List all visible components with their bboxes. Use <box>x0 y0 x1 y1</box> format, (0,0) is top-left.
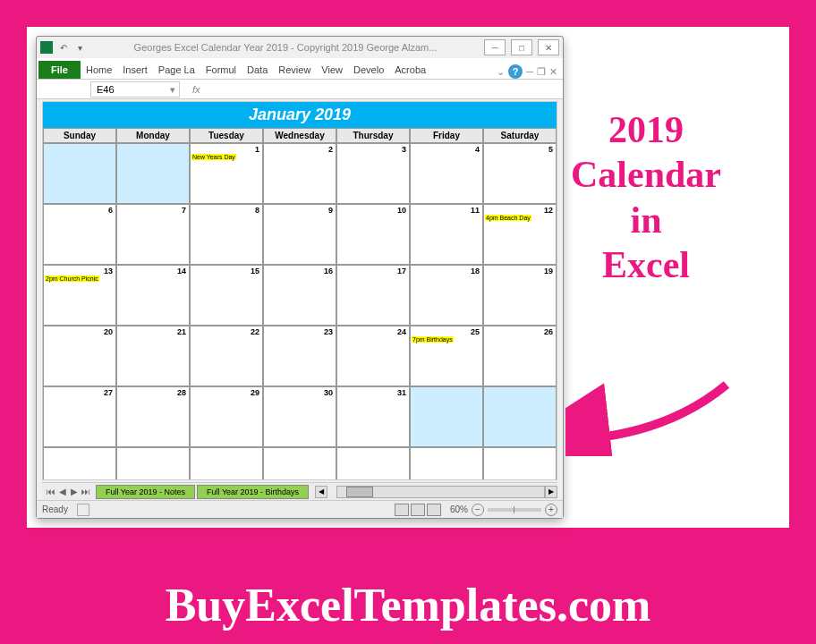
calendar-cell[interactable]: 2 <box>263 143 336 204</box>
calendar-cell[interactable]: 16 <box>263 265 336 326</box>
calendar-cell[interactable]: 9 <box>263 204 336 265</box>
calendar-cell[interactable]: 10 <box>336 204 410 265</box>
first-sheet-button[interactable]: ⏮ <box>46 487 56 496</box>
minimize-button[interactable]: ─ <box>484 39 506 55</box>
workbook-restore-icon[interactable]: ❐ <box>537 66 546 78</box>
name-box[interactable]: E46 <box>90 81 180 97</box>
calendar-cell[interactable]: 7 <box>116 204 190 265</box>
calendar-cell[interactable] <box>116 447 190 480</box>
calendar-cell[interactable]: 26 <box>483 326 557 386</box>
tab-insert[interactable]: Insert <box>117 61 153 79</box>
excel-icon <box>40 41 53 54</box>
normal-view-button[interactable] <box>395 504 409 516</box>
formula-bar: E46 fx <box>37 80 563 99</box>
quick-access-toolbar: ↶ ▾ <box>56 40 87 55</box>
calendar-cell[interactable]: 132pm Church Picnic <box>43 265 116 326</box>
hscroll-left-button[interactable]: ◀ <box>315 486 327 498</box>
calendar-cell[interactable]: 18 <box>410 265 483 326</box>
calendar-cell[interactable] <box>190 447 263 480</box>
tab-review[interactable]: Review <box>273 61 316 79</box>
calendar-cell[interactable]: 23 <box>263 326 336 386</box>
page-layout-view-button[interactable] <box>411 504 425 516</box>
day-header: Saturday <box>483 128 557 143</box>
window-controls: ─ □ ✕ <box>484 39 559 55</box>
sheet-tab-birthdays[interactable]: Full Year 2019 - Birthdays <box>197 485 309 499</box>
calendar-cell[interactable] <box>336 447 410 480</box>
calendar-cell[interactable]: 17 <box>336 265 410 326</box>
calendar-cell[interactable]: 3 <box>336 143 410 204</box>
calendar-cell[interactable]: 15 <box>190 265 263 326</box>
calendar-cell[interactable]: 27 <box>43 386 116 447</box>
zoom-in-button[interactable]: + <box>545 504 557 516</box>
tab-developer[interactable]: Develo <box>348 61 389 79</box>
calendar-cell[interactable]: 30 <box>263 386 336 447</box>
prev-sheet-button[interactable]: ◀ <box>57 487 68 496</box>
calendar-cell[interactable]: 19 <box>483 265 557 326</box>
calendar-cell[interactable] <box>43 447 116 480</box>
calendar-cell[interactable] <box>483 386 557 447</box>
tab-view[interactable]: View <box>316 61 348 79</box>
calendar-cell[interactable]: 257pm Birthdays <box>410 326 483 386</box>
calendar-cell[interactable]: 20 <box>43 326 116 386</box>
help-icon[interactable]: ? <box>508 64 523 79</box>
horizontal-scrollbar[interactable] <box>336 486 545 498</box>
tab-data[interactable]: Data <box>242 61 273 79</box>
ribbon-collapse-icon[interactable]: ⌄ <box>497 66 505 78</box>
calendar-cell[interactable] <box>410 447 483 480</box>
calendar-cell[interactable]: 22 <box>190 326 263 386</box>
status-bar: Ready 60% − + <box>37 500 563 518</box>
tab-formulas[interactable]: Formul <box>200 61 242 79</box>
undo-icon[interactable]: ↶ <box>56 40 71 55</box>
calendar-cell[interactable]: 6 <box>43 204 116 265</box>
next-sheet-button[interactable]: ▶ <box>69 487 80 496</box>
qat-dropdown-icon[interactable]: ▾ <box>72 40 87 55</box>
sheet-area[interactable]: January 2019 SundayMondayTuesdayWednesda… <box>42 101 557 480</box>
scrollbar-thumb[interactable] <box>346 487 373 497</box>
calendar-cell[interactable]: 28 <box>116 386 190 447</box>
calendar-event[interactable]: 7pm Birthdays <box>412 336 454 343</box>
calendar-cell[interactable]: 8 <box>190 204 263 265</box>
zoom-level[interactable]: 60% <box>450 504 468 514</box>
calendar-event[interactable]: 2pm Church Picnic <box>45 275 99 282</box>
calendar-cell[interactable] <box>263 447 336 480</box>
page-break-view-button[interactable] <box>427 504 441 516</box>
calendar-cell[interactable]: 1New Years Day <box>190 143 263 204</box>
calendar-event[interactable]: 4pm Beach Day <box>485 215 531 221</box>
arrow-icon <box>565 367 744 456</box>
calendar-cell[interactable]: 14 <box>116 265 190 326</box>
tab-pagelayout[interactable]: Page La <box>153 61 200 79</box>
workbook-close-icon[interactable]: ✕ <box>549 66 557 78</box>
workbook-minimize-icon[interactable]: ─ <box>526 66 533 77</box>
maximize-button[interactable]: □ <box>511 39 532 55</box>
calendar-cell[interactable] <box>116 143 190 204</box>
tab-home[interactable]: Home <box>81 61 117 79</box>
calendar-cell[interactable]: 5 <box>483 143 557 204</box>
file-tab[interactable]: File <box>38 61 81 79</box>
day-header: Friday <box>410 128 483 143</box>
calendar-event[interactable]: New Years Day <box>191 154 236 160</box>
calendar-cell[interactable]: 4 <box>410 143 483 204</box>
calendar-cell[interactable] <box>43 143 116 204</box>
calendar-cell[interactable]: 124pm Beach Day <box>483 204 557 265</box>
calendar-cell[interactable]: 24 <box>336 326 410 386</box>
calendar-cell[interactable]: 21 <box>116 326 190 386</box>
fx-label[interactable]: fx <box>185 84 208 95</box>
window-title: Georges Excel Calendar Year 2019 - Copyr… <box>87 42 484 53</box>
calendar-cell[interactable] <box>483 447 557 480</box>
calendar-day-header: SundayMondayTuesdayWednesdayThursdayFrid… <box>43 128 557 143</box>
promo-line2: Calendar <box>548 152 744 197</box>
calendar-cell[interactable]: 31 <box>336 386 410 447</box>
zoom-slider[interactable] <box>488 508 541 512</box>
tab-acrobat[interactable]: Acroba <box>389 61 431 79</box>
promo-line4: Excel <box>548 242 744 287</box>
calendar-grid[interactable]: 1New Years Day234567891011124pm Beach Da… <box>43 143 557 480</box>
sheet-tab-notes[interactable]: Full Year 2019 - Notes <box>96 485 195 499</box>
last-sheet-button[interactable]: ⏭ <box>81 487 91 496</box>
close-button[interactable]: ✕ <box>538 39 559 55</box>
hscroll-right-button[interactable]: ▶ <box>545 486 557 498</box>
calendar-cell[interactable]: 11 <box>410 204 483 265</box>
zoom-out-button[interactable]: − <box>472 504 484 516</box>
calendar-cell[interactable] <box>410 386 483 447</box>
calendar-cell[interactable]: 29 <box>190 386 263 447</box>
macro-icon[interactable] <box>77 504 89 516</box>
